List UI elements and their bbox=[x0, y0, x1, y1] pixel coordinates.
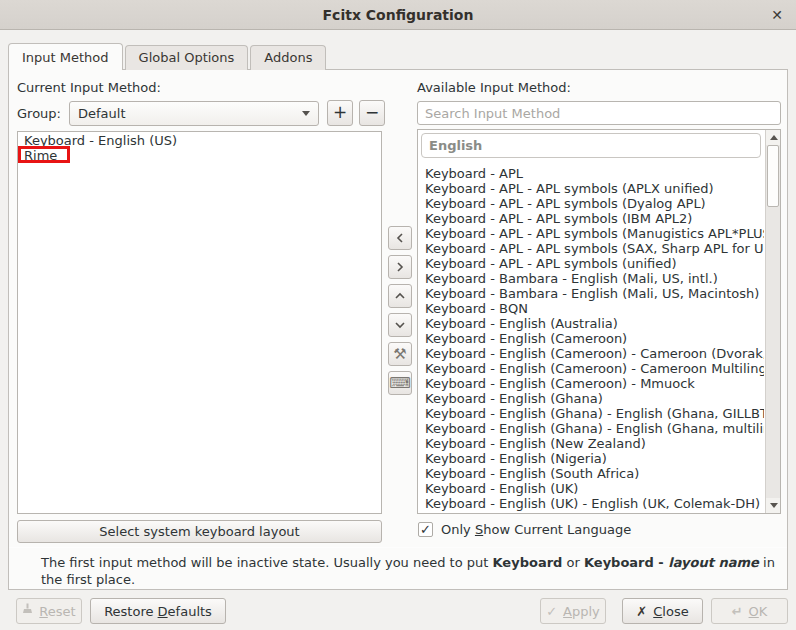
add-group-button[interactable]: + bbox=[327, 100, 353, 126]
group-select-value: Default bbox=[78, 106, 126, 121]
apply-button[interactable]: ✓ Apply bbox=[540, 598, 606, 624]
scrollbar[interactable] bbox=[765, 130, 780, 513]
help-note: The first input method will be inactive … bbox=[41, 554, 783, 588]
divider bbox=[9, 547, 787, 548]
list-item[interactable]: Keyboard - APL - APL symbols (Manugistic… bbox=[418, 226, 764, 241]
list-item[interactable]: Keyboard - BQN bbox=[418, 301, 764, 316]
list-item[interactable]: Keyboard - English (UK) - English (UK, C… bbox=[418, 511, 764, 514]
cross-icon: ✗ bbox=[636, 604, 647, 619]
scroll-up-icon[interactable] bbox=[766, 130, 781, 145]
titlebar: Fcitx Configuration ✕ bbox=[0, 0, 796, 30]
move-up-button[interactable] bbox=[388, 284, 412, 308]
tab-global-options[interactable]: Global Options bbox=[125, 45, 249, 70]
select-system-keyboard-layout-button[interactable]: Select system keyboard layout bbox=[17, 520, 382, 543]
close-button[interactable]: ✗ Close bbox=[622, 598, 703, 624]
list-item[interactable]: Keyboard - English (Cameroon) - Mmuock bbox=[418, 376, 764, 391]
group-select[interactable]: Default bbox=[69, 101, 319, 126]
list-item[interactable]: Keyboard - Bambara - English (Mali, US, … bbox=[418, 271, 764, 286]
reset-button[interactable]: Reset bbox=[16, 598, 82, 624]
tab-input-method[interactable]: Input Method bbox=[8, 43, 123, 70]
list-item[interactable]: Keyboard - APL - APL symbols (IBM APL2) bbox=[418, 211, 764, 226]
tab-addons[interactable]: Addons bbox=[250, 45, 326, 70]
list-item-rime[interactable]: Rime bbox=[18, 148, 381, 163]
list-item[interactable]: Keyboard - APL - APL symbols (SAX, Sharp… bbox=[418, 241, 764, 256]
checkbox-checked[interactable]: ✓ bbox=[418, 522, 433, 537]
current-input-method-list[interactable]: Keyboard - English (US) Rime bbox=[17, 131, 382, 514]
list-item-keyboard-english-us[interactable]: Keyboard - English (US) bbox=[18, 133, 381, 148]
chevron-down-icon bbox=[394, 319, 406, 331]
chevron-left-icon bbox=[394, 232, 406, 244]
list-item[interactable]: Keyboard - English (New Zealand) bbox=[418, 436, 764, 451]
list-item[interactable]: Keyboard - English (South Africa) bbox=[418, 466, 764, 481]
available-rows: Keyboard - APLKeyboard - APL - APL symbo… bbox=[418, 166, 764, 514]
list-item[interactable]: Keyboard - APL - APL symbols (APLX unifi… bbox=[418, 181, 764, 196]
move-down-button[interactable] bbox=[388, 313, 412, 337]
language-group-header: English bbox=[421, 133, 761, 158]
scrollbar-thumb[interactable] bbox=[767, 145, 779, 207]
ok-button[interactable]: ↵ OK bbox=[711, 598, 788, 624]
list-item[interactable]: Keyboard - English (Cameroon) - Cameroon… bbox=[418, 361, 764, 376]
checkbox-label: Only Show Current Language bbox=[441, 522, 631, 537]
keyboard-layout-button[interactable]: ⌨ bbox=[388, 371, 412, 395]
chevron-down-icon bbox=[302, 111, 310, 116]
restore-defaults-button[interactable]: Restore Defaults bbox=[90, 598, 226, 624]
move-left-button[interactable] bbox=[388, 226, 412, 250]
list-item[interactable]: Keyboard - APL bbox=[418, 166, 764, 181]
brush-icon bbox=[22, 603, 33, 619]
input-method-page: Current Input Method: Group: Default + −… bbox=[8, 69, 788, 590]
check-icon: ✓ bbox=[546, 604, 557, 619]
list-item[interactable]: Keyboard - English (Nigeria) bbox=[418, 451, 764, 466]
list-item[interactable]: Keyboard - English (Cameroon) bbox=[418, 331, 764, 346]
list-item[interactable]: Keyboard - English (Ghana) - English (Gh… bbox=[418, 421, 764, 436]
search-input[interactable] bbox=[417, 101, 781, 125]
current-input-method-label: Current Input Method: bbox=[17, 80, 161, 95]
available-input-method-list[interactable]: English Keyboard - APLKeyboard - APL - A… bbox=[417, 129, 781, 514]
scroll-down-icon[interactable] bbox=[766, 498, 781, 513]
available-input-method-label: Available Input Method: bbox=[417, 80, 571, 95]
close-icon[interactable]: ✕ bbox=[768, 6, 786, 24]
list-item[interactable]: Keyboard - English (UK) - English (UK, C… bbox=[418, 496, 764, 511]
remove-group-button[interactable]: − bbox=[359, 100, 385, 126]
only-show-current-language-row[interactable]: ✓ Only Show Current Language bbox=[418, 522, 631, 537]
window-title: Fcitx Configuration bbox=[323, 7, 474, 23]
return-arrow-icon: ↵ bbox=[732, 604, 743, 619]
list-item[interactable]: Keyboard - English (Cameroon) - Cameroon… bbox=[418, 346, 764, 361]
list-item[interactable]: Keyboard - APL - APL symbols (unified) bbox=[418, 256, 764, 271]
move-right-button[interactable] bbox=[388, 255, 412, 279]
tab-bar: Input Method Global Options Addons bbox=[8, 44, 328, 70]
chevron-right-icon bbox=[394, 261, 406, 273]
list-item[interactable]: Keyboard - English (Ghana) - English (Gh… bbox=[418, 406, 764, 421]
list-item[interactable]: Keyboard - Bambara - English (Mali, US, … bbox=[418, 286, 764, 301]
configure-button[interactable]: ⚒ bbox=[388, 342, 412, 366]
keyboard-icon: ⌨ bbox=[389, 376, 411, 391]
transfer-button-column: ⚒ ⌨ bbox=[388, 226, 412, 395]
group-label: Group: bbox=[17, 106, 61, 121]
list-item[interactable]: Keyboard - English (Australia) bbox=[418, 316, 764, 331]
chevron-up-icon bbox=[394, 290, 406, 302]
list-item[interactable]: Keyboard - English (UK) bbox=[418, 481, 764, 496]
list-item[interactable]: Keyboard - APL - APL symbols (Dyalog APL… bbox=[418, 196, 764, 211]
list-item[interactable]: Keyboard - English (Ghana) bbox=[418, 391, 764, 406]
tools-icon: ⚒ bbox=[393, 347, 406, 362]
